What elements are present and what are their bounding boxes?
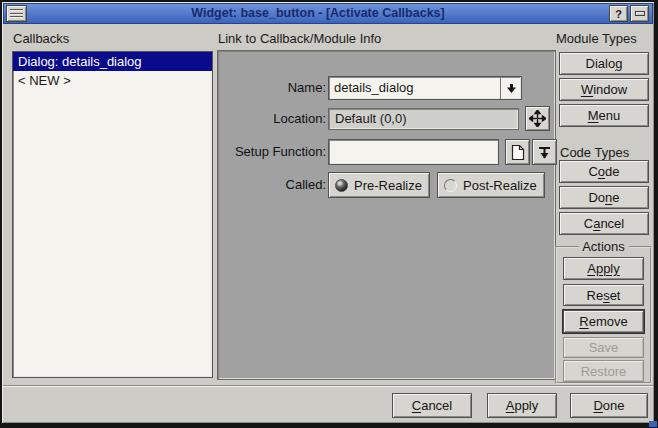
button-mnemonic: a (593, 216, 600, 231)
button-label: Save (589, 340, 619, 355)
button-label: indow (593, 82, 627, 97)
window-title: Widget: base_button - [Activate Callback… (34, 6, 602, 20)
footer-cancel-button[interactable]: Cancel (392, 393, 472, 418)
button-label: pply (514, 398, 538, 413)
document-icon (510, 144, 525, 161)
button-label: Do (588, 190, 605, 205)
name-value[interactable]: details_dialog (329, 77, 500, 99)
setup-function-edit-button[interactable] (505, 139, 530, 165)
module-types-label: Module Types (556, 31, 637, 46)
button-mnemonic: n (605, 190, 612, 205)
button-mnemonic: W (581, 82, 593, 97)
name-dropdown-button[interactable] (500, 77, 521, 99)
list-item[interactable]: < NEW > (13, 71, 212, 90)
radio-selected-icon (335, 179, 348, 192)
window-frame: Widget: base_button - [Activate Callback… (2, 2, 654, 423)
button-mnemonic: D (593, 398, 602, 413)
window-menu-icon (10, 9, 23, 18)
pre-realize-radio[interactable]: Pre-Realize (328, 172, 430, 198)
actions-group: Actions Apply Reset Remove Save Restore (555, 246, 652, 384)
module-type-window-button[interactable]: Window (559, 78, 649, 101)
pre-realize-label: Pre-Realize (354, 178, 422, 193)
code-type-code-button[interactable]: Code (559, 160, 649, 183)
name-label: Name: (220, 80, 326, 95)
name-combobox[interactable]: details_dialog (328, 76, 522, 100)
location-move-button[interactable] (525, 106, 550, 131)
actions-apply-button[interactable]: Apply (563, 257, 644, 280)
list-item[interactable]: Dialog: details_dialog (13, 52, 212, 71)
button-label: Restore (581, 364, 627, 379)
post-realize-label: Post-Realize (463, 178, 537, 193)
button-label: ncel (600, 216, 624, 231)
help-button[interactable]: ? (609, 5, 628, 22)
button-label: enu (599, 108, 621, 123)
location-field[interactable]: Default (0,0) (328, 108, 519, 130)
button-label: et (610, 288, 621, 303)
dropdown-arrow-icon (506, 83, 517, 94)
radio-unselected-icon (444, 179, 457, 192)
shade-icon (635, 11, 645, 16)
button-mnemonic: R (579, 314, 588, 329)
actions-label: Actions (578, 239, 629, 254)
callbacks-list: Dialog: details_dialog < NEW > (12, 51, 213, 378)
button-mnemonic: M (588, 108, 599, 123)
button-label: e (612, 190, 619, 205)
called-label: Called: (220, 177, 326, 192)
footer-separator (3, 385, 653, 387)
module-type-dialog-button[interactable]: Dialog (559, 52, 649, 75)
down-arrow-bar-icon (537, 145, 552, 160)
app-window: Widget: base_button - [Activate Callback… (0, 0, 658, 428)
move-arrows-icon (529, 110, 546, 127)
button-label: emove (589, 314, 628, 329)
button-label: one (603, 398, 625, 413)
link-info-panel: Name: details_dialog Location: Default (… (217, 50, 556, 380)
button-mnemonic: A (506, 398, 515, 413)
post-realize-radio[interactable]: Post-Realize (437, 172, 545, 198)
button-label: Dialo (586, 56, 616, 71)
button-label: de (605, 164, 619, 179)
button-label: C (584, 216, 593, 231)
button-label: Re (587, 288, 604, 303)
code-types-label: Code Types (560, 145, 629, 160)
footer-apply-button[interactable]: Apply (487, 393, 557, 418)
button-label: C (588, 164, 597, 179)
setup-function-label: Setup Function: (220, 144, 326, 159)
footer-done-button[interactable]: Done (570, 393, 648, 418)
code-type-done-button[interactable]: Done (559, 186, 649, 209)
resize-grip[interactable] (649, 421, 657, 427)
window-menu-button[interactable] (6, 5, 27, 22)
location-label: Location: (220, 111, 326, 126)
actions-remove-button[interactable]: Remove (563, 310, 644, 333)
setup-function-input[interactable] (328, 139, 499, 165)
module-type-menu-button[interactable]: Menu (559, 104, 649, 127)
actions-save-button[interactable]: Save (563, 337, 644, 358)
link-info-label: Link to Callback/Module Info (218, 31, 381, 46)
title-bar[interactable]: Widget: base_button - [Activate Callback… (3, 3, 653, 24)
button-mnemonic: g (615, 56, 622, 71)
actions-restore-button[interactable]: Restore (563, 360, 644, 382)
shade-button[interactable] (630, 5, 649, 22)
setup-function-insert-button[interactable] (532, 139, 557, 165)
button-mnemonic: Apply (587, 261, 620, 276)
actions-reset-button[interactable]: Reset (563, 284, 644, 306)
button-label: ancel (421, 398, 452, 413)
button-mnemonic: C (412, 398, 421, 413)
code-type-cancel-button[interactable]: Cancel (559, 212, 649, 235)
callbacks-label: Callbacks (13, 31, 69, 46)
button-mnemonic: o (598, 164, 605, 179)
